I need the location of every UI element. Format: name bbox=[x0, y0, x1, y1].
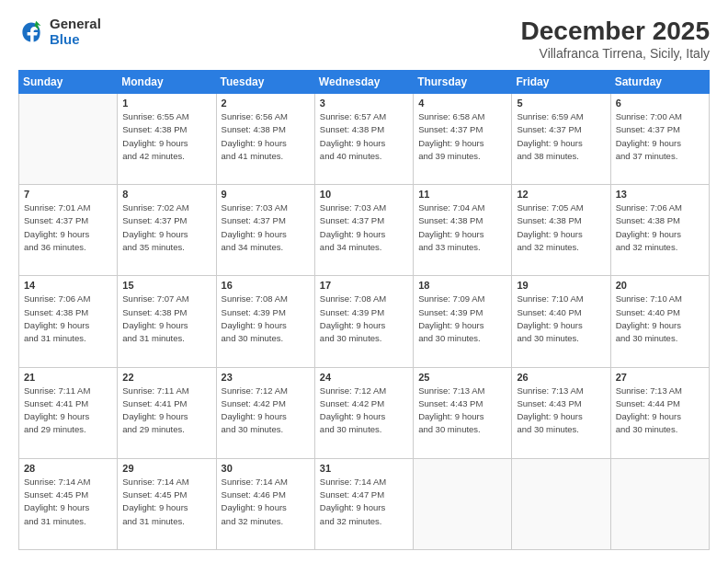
calendar-cell: 25Sunrise: 7:13 AMSunset: 4:43 PMDayligh… bbox=[414, 367, 512, 458]
th-sunday: Sunday bbox=[19, 71, 118, 94]
day-info-line: Sunrise: 7:03 AM bbox=[320, 202, 386, 213]
day-info-line: and 29 minutes. bbox=[24, 424, 86, 434]
day-info-line: Sunset: 4:37 PM bbox=[320, 215, 384, 225]
day-info-line: Sunset: 4:38 PM bbox=[222, 124, 286, 134]
calendar-body: 1Sunrise: 6:55 AMSunset: 4:38 PMDaylight… bbox=[19, 94, 710, 550]
calendar-cell: 16Sunrise: 7:08 AMSunset: 4:39 PMDayligh… bbox=[216, 276, 314, 367]
day-info: Sunrise: 7:02 AMSunset: 4:37 PMDaylight:… bbox=[122, 201, 210, 254]
day-number: 6 bbox=[616, 98, 704, 109]
calendar-cell: 26Sunrise: 7:13 AMSunset: 4:43 PMDayligh… bbox=[512, 367, 610, 458]
day-number: 15 bbox=[122, 280, 210, 291]
day-info: Sunrise: 7:10 AMSunset: 4:40 PMDaylight:… bbox=[517, 293, 605, 345]
calendar-cell bbox=[19, 94, 118, 185]
day-info-line: Daylight: 9 hours bbox=[320, 320, 385, 330]
logo-text: General Blue bbox=[50, 17, 101, 47]
weekday-header-row: Sunday Monday Tuesday Wednesday Thursday… bbox=[19, 71, 710, 94]
calendar-cell: 31Sunrise: 7:14 AMSunset: 4:47 PMDayligh… bbox=[314, 458, 413, 549]
calendar-cell: 2Sunrise: 6:56 AMSunset: 4:38 PMDaylight… bbox=[216, 94, 314, 185]
day-info-line: Daylight: 9 hours bbox=[418, 320, 483, 330]
calendar-cell: 15Sunrise: 7:07 AMSunset: 4:38 PMDayligh… bbox=[118, 276, 216, 367]
day-info-line: Sunrise: 7:09 AM bbox=[418, 293, 484, 304]
day-info-line: and 30 minutes. bbox=[517, 424, 579, 434]
day-number: 29 bbox=[122, 463, 210, 474]
day-number: 10 bbox=[320, 189, 408, 200]
day-info-line: Daylight: 9 hours bbox=[517, 229, 582, 239]
calendar-week-1: 1Sunrise: 6:55 AMSunset: 4:38 PMDaylight… bbox=[19, 94, 710, 185]
day-info-line: Daylight: 9 hours bbox=[517, 138, 582, 148]
day-info-line: Sunset: 4:45 PM bbox=[24, 489, 88, 500]
day-number: 9 bbox=[222, 189, 310, 200]
day-info-line: Sunset: 4:38 PM bbox=[517, 215, 581, 225]
calendar-cell: 22Sunrise: 7:11 AMSunset: 4:41 PMDayligh… bbox=[118, 367, 216, 458]
day-info-line: Daylight: 9 hours bbox=[222, 320, 287, 330]
day-number: 1 bbox=[122, 98, 210, 109]
day-info-line: Sunrise: 7:11 AM bbox=[122, 385, 188, 396]
day-info-line: Sunrise: 7:12 AM bbox=[320, 385, 386, 396]
day-info-line: Sunset: 4:43 PM bbox=[418, 398, 483, 408]
day-info-line: Sunrise: 7:14 AM bbox=[222, 477, 288, 487]
day-info-line: Sunrise: 7:10 AM bbox=[616, 293, 682, 304]
day-info-line: Sunrise: 6:56 AM bbox=[222, 111, 288, 121]
calendar-week-5: 28Sunrise: 7:14 AMSunset: 4:45 PMDayligh… bbox=[19, 458, 710, 549]
day-number: 7 bbox=[24, 189, 112, 200]
day-info-line: and 30 minutes. bbox=[222, 424, 284, 434]
day-number: 31 bbox=[320, 463, 408, 474]
day-info-line: and 30 minutes. bbox=[222, 333, 284, 343]
day-info-line: Sunset: 4:38 PM bbox=[320, 124, 384, 134]
day-info-line: Daylight: 9 hours bbox=[222, 411, 287, 421]
day-info: Sunrise: 7:08 AMSunset: 4:39 PMDaylight:… bbox=[320, 293, 408, 345]
day-info-line: and 30 minutes. bbox=[517, 333, 579, 343]
day-info-line: and 30 minutes. bbox=[418, 424, 481, 434]
day-info-line: Sunrise: 7:02 AM bbox=[122, 202, 188, 213]
calendar-cell: 4Sunrise: 6:58 AMSunset: 4:37 PMDaylight… bbox=[414, 94, 512, 185]
day-info-line: Daylight: 9 hours bbox=[616, 320, 681, 330]
day-info-line: Daylight: 9 hours bbox=[24, 320, 89, 330]
day-info-line: Daylight: 9 hours bbox=[24, 411, 89, 421]
day-info: Sunrise: 7:05 AMSunset: 4:38 PMDaylight:… bbox=[517, 201, 605, 254]
day-info-line: Sunset: 4:39 PM bbox=[418, 307, 483, 317]
day-number: 11 bbox=[418, 189, 506, 200]
day-info: Sunrise: 7:03 AMSunset: 4:37 PMDaylight:… bbox=[320, 201, 408, 254]
day-info: Sunrise: 7:09 AMSunset: 4:39 PMDaylight:… bbox=[418, 293, 506, 345]
day-info-line: and 32 minutes. bbox=[517, 242, 579, 252]
day-info-line: and 30 minutes. bbox=[320, 424, 382, 434]
day-info-line: Sunset: 4:47 PM bbox=[320, 489, 384, 500]
day-info-line: Daylight: 9 hours bbox=[616, 138, 681, 148]
day-number: 4 bbox=[418, 98, 506, 109]
day-info-line: Daylight: 9 hours bbox=[418, 229, 483, 239]
day-number: 17 bbox=[320, 280, 408, 291]
day-number: 14 bbox=[24, 280, 112, 291]
calendar-cell: 19Sunrise: 7:10 AMSunset: 4:40 PMDayligh… bbox=[512, 276, 610, 367]
day-info: Sunrise: 7:06 AMSunset: 4:38 PMDaylight:… bbox=[616, 201, 704, 254]
day-info-line: Sunrise: 7:01 AM bbox=[24, 202, 90, 213]
day-info-line: and 39 minutes. bbox=[418, 151, 481, 161]
day-info-line: Sunset: 4:38 PM bbox=[122, 307, 187, 317]
day-info-line: Sunrise: 7:08 AM bbox=[222, 293, 288, 304]
calendar-cell: 29Sunrise: 7:14 AMSunset: 4:45 PMDayligh… bbox=[118, 458, 216, 549]
day-info-line: Daylight: 9 hours bbox=[616, 229, 681, 239]
day-info: Sunrise: 7:01 AMSunset: 4:37 PMDaylight:… bbox=[24, 201, 112, 254]
day-info-line: Sunrise: 7:13 AM bbox=[517, 385, 583, 396]
day-info-line: Daylight: 9 hours bbox=[320, 502, 385, 512]
day-number: 26 bbox=[517, 372, 605, 383]
day-info-line: Daylight: 9 hours bbox=[517, 411, 582, 421]
day-info-line: Sunset: 4:40 PM bbox=[517, 307, 581, 317]
calendar-cell: 21Sunrise: 7:11 AMSunset: 4:41 PMDayligh… bbox=[19, 367, 118, 458]
day-info-line: Sunset: 4:37 PM bbox=[616, 124, 680, 134]
th-friday: Friday bbox=[512, 71, 610, 94]
day-info-line: Sunrise: 6:59 AM bbox=[517, 111, 583, 121]
day-info: Sunrise: 7:10 AMSunset: 4:40 PMDaylight:… bbox=[616, 293, 704, 345]
day-info-line: and 41 minutes. bbox=[222, 151, 284, 161]
day-info-line: Daylight: 9 hours bbox=[122, 229, 188, 239]
day-info-line: Sunset: 4:37 PM bbox=[418, 124, 483, 134]
calendar-cell: 18Sunrise: 7:09 AMSunset: 4:39 PMDayligh… bbox=[414, 276, 512, 367]
day-info: Sunrise: 7:04 AMSunset: 4:38 PMDaylight:… bbox=[418, 201, 506, 254]
day-info-line: and 34 minutes. bbox=[320, 242, 382, 252]
calendar-cell: 9Sunrise: 7:03 AMSunset: 4:37 PMDaylight… bbox=[216, 185, 314, 276]
day-info-line: Sunset: 4:37 PM bbox=[222, 215, 286, 225]
day-number: 8 bbox=[122, 189, 210, 200]
day-number: 13 bbox=[616, 189, 704, 200]
day-info-line: and 40 minutes. bbox=[320, 151, 382, 161]
day-info-line: and 30 minutes. bbox=[320, 333, 382, 343]
logo-icon bbox=[18, 19, 44, 45]
